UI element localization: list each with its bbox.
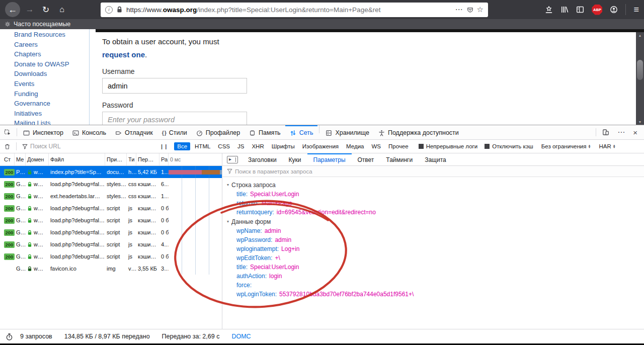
- params-section-header[interactable]: ▾Строка запроса: [222, 180, 644, 190]
- throttling-dropdown[interactable]: Без ограничения▲▼: [541, 143, 591, 149]
- pocket-icon[interactable]: [467, 7, 473, 13]
- https-lock-icon[interactable]: [116, 6, 123, 13]
- table-row[interactable]: 200G…w…load.php?debug=fal…styles…cssкэши…: [0, 178, 222, 190]
- sidebar-link[interactable]: Downloads: [14, 69, 69, 79]
- page-scrollbar[interactable]: ▲ ▼: [636, 32, 644, 125]
- column-header[interactable]: Ме: [15, 153, 26, 165]
- save-to-bookmarks-icon[interactable]: [545, 6, 553, 14]
- account-icon[interactable]: [610, 6, 618, 14]
- domcontentloaded-marker[interactable]: DOMC: [231, 333, 251, 340]
- column-header[interactable]: Пер…: [136, 153, 159, 165]
- sidebars-icon[interactable]: [576, 6, 584, 14]
- param-row[interactable]: force:: [222, 281, 644, 290]
- detail-tab-заголовки[interactable]: Заголовки: [242, 153, 283, 165]
- devtools-tab-styles[interactable]: { }Стили: [157, 125, 192, 139]
- persist-logs-toggle[interactable]: Непрерывные логи: [419, 143, 478, 149]
- table-row[interactable]: 200G…w…load.php?debug=fal…scriptjsкэши…0…: [0, 250, 222, 263]
- param-row[interactable]: wpEditToken:+\: [222, 253, 644, 263]
- reload-button[interactable]: ↻: [39, 3, 52, 16]
- request-one-link[interactable]: request one: [102, 50, 145, 59]
- detail-tab-ответ[interactable]: Ответ: [352, 153, 380, 165]
- param-row[interactable]: title:Special:UserLogin: [222, 190, 644, 199]
- param-row[interactable]: returnto:Main+Page: [222, 199, 644, 208]
- column-header[interactable]: При…: [105, 153, 127, 165]
- table-row[interactable]: G…w…favicon.icoimgv…3,55 КБ3…: [0, 263, 222, 275]
- forward-button[interactable]: →: [23, 3, 36, 16]
- site-info-icon[interactable]: i: [105, 6, 113, 14]
- devtools-tab-storage[interactable]: Хранилище: [321, 125, 374, 139]
- scroll-down-icon[interactable]: ▼: [636, 119, 644, 125]
- filter-pill-html[interactable]: HTML: [192, 142, 213, 150]
- filter-pill-все[interactable]: Все: [174, 142, 190, 150]
- bookmark-star-icon[interactable]: ☆: [477, 5, 484, 14]
- sidebar-link[interactable]: Initiatives: [14, 109, 69, 119]
- sidebar-link[interactable]: Brand Resources: [14, 30, 69, 40]
- filter-pill-медиа[interactable]: Медиа: [343, 142, 367, 150]
- devtools-tab-memory[interactable]: Память: [245, 125, 285, 139]
- detail-tab-параметры[interactable]: Параметры: [307, 153, 352, 165]
- table-row[interactable]: 200P…w…index.php?title=Sp…docu…h…5,42 КБ…: [0, 166, 222, 178]
- params-section-header[interactable]: ▾Данные форм: [222, 217, 644, 226]
- back-button[interactable]: ←: [5, 2, 20, 17]
- param-row[interactable]: wpPassword:admin: [222, 235, 644, 244]
- params-filter-input[interactable]: Поиск в параметрах запроса: [222, 166, 644, 177]
- url-search-input[interactable]: Поиск URL: [22, 143, 61, 150]
- scrollbar-thumb[interactable]: [637, 60, 643, 80]
- column-header[interactable]: Ст: [3, 153, 15, 165]
- pick-element-icon[interactable]: [0, 129, 15, 136]
- library-icon[interactable]: [560, 6, 569, 14]
- table-row[interactable]: 200G…w…load.php?debug=fal…scriptjsкэши…0…: [0, 202, 222, 214]
- column-header[interactable]: 0 мс: [169, 153, 222, 165]
- filter-pill-прочее[interactable]: Прочее: [385, 142, 412, 150]
- sidebar-link[interactable]: Funding: [14, 89, 69, 99]
- filter-pill-ws[interactable]: WS: [369, 142, 384, 150]
- devtools-close-icon[interactable]: ×: [633, 128, 637, 137]
- har-dropdown[interactable]: HAR▲▼: [599, 143, 615, 149]
- devtools-tab-debugger[interactable]: Отладчик: [111, 125, 157, 139]
- column-header[interactable]: Домен: [26, 153, 49, 165]
- scroll-up-icon[interactable]: ▲: [636, 32, 644, 38]
- filter-pill-xhr[interactable]: XHR: [249, 142, 267, 150]
- pause-log-icon[interactable]: | |: [161, 143, 167, 149]
- devtools-tab-network[interactable]: Сеть: [285, 125, 318, 139]
- sidebar-link[interactable]: Governance: [14, 99, 69, 109]
- devtools-menu-icon[interactable]: ⋯: [617, 128, 625, 137]
- filter-pill-изображения[interactable]: Изображения: [299, 142, 342, 150]
- detail-tab-куки[interactable]: Куки: [283, 153, 307, 165]
- url-text[interactable]: https://www.owasp.org/index.php?title=Sp…: [126, 6, 452, 14]
- detail-tab-защита[interactable]: Защита: [419, 153, 452, 165]
- param-row[interactable]: title:Special:UserLogin: [222, 263, 644, 272]
- table-row[interactable]: 200G…w…load.php?debug=fal…scriptjsкэши…0…: [0, 214, 222, 226]
- username-field[interactable]: [102, 78, 247, 94]
- filter-pill-шрифты[interactable]: Шрифты: [269, 142, 298, 150]
- column-header[interactable]: Ти: [127, 153, 136, 165]
- sidebar-link[interactable]: Mailing Lists: [14, 118, 69, 125]
- devtools-tab-console[interactable]: Консоль: [68, 125, 111, 139]
- sidebar-link[interactable]: Chapters: [14, 49, 69, 59]
- adblock-plus-icon[interactable]: ABP: [592, 5, 602, 15]
- sidebar-link[interactable]: Events: [14, 79, 69, 89]
- home-button[interactable]: ⌂: [55, 3, 68, 16]
- param-row[interactable]: wpLoginToken:553792810bda3bd70ef76bf2ba7…: [222, 290, 644, 299]
- menu-icon[interactable]: ≡: [633, 5, 639, 15]
- bookmark-item[interactable]: Часто посещаемые: [14, 21, 70, 28]
- clear-requests-icon[interactable]: [4, 143, 11, 150]
- sidebar-link[interactable]: Careers: [14, 40, 69, 50]
- detail-tab-тайминги[interactable]: Тайминги: [380, 153, 419, 165]
- url-bar[interactable]: i https://www.owasp.org/index.php?title=…: [101, 3, 488, 17]
- param-row[interactable]: returntoquery:id=69545&veaction=edit&red…: [222, 208, 644, 217]
- resend-request-icon[interactable]: ▶: [227, 156, 238, 163]
- column-header[interactable]: Ра: [159, 153, 169, 165]
- filter-pill-css[interactable]: CSS: [215, 142, 233, 150]
- requests-table-header[interactable]: СтМеДоменФайлПри…ТиПер…Ра0 мс: [0, 153, 222, 166]
- table-row[interactable]: 200G…w…load.php?debug=fal…scriptjsкэши…4…: [0, 238, 222, 250]
- devtools-tab-inspector[interactable]: Инспектор: [19, 125, 68, 139]
- param-row[interactable]: authAction:login: [222, 272, 644, 281]
- stopwatch-icon[interactable]: [6, 333, 13, 340]
- param-row[interactable]: wploginattempt:Log+in: [222, 244, 644, 253]
- devtools-tab-accessibility[interactable]: Поддержка доступности: [374, 125, 463, 139]
- table-row[interactable]: 200G…w…load.php?debug=fal…scriptjsкэши…0…: [0, 226, 222, 238]
- devtools-tab-profiler[interactable]: Профайлер: [192, 125, 245, 139]
- param-row[interactable]: wpName:admin: [222, 226, 644, 235]
- responsive-design-icon[interactable]: [602, 129, 609, 136]
